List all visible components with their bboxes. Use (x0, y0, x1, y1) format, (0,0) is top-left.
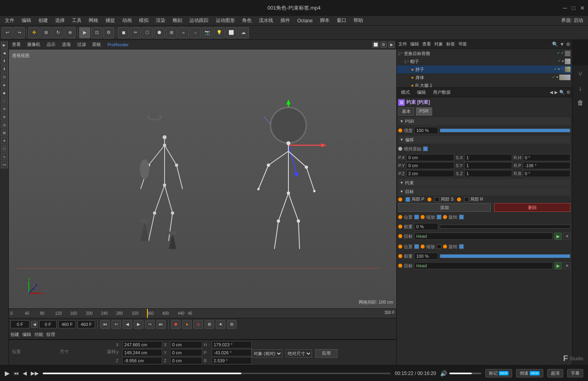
current-frame-field[interactable] (10, 320, 30, 328)
local-r-check[interactable] (464, 197, 469, 202)
progress-bar-container[interactable] (43, 373, 391, 374)
rh-field[interactable] (523, 154, 570, 161)
t1-target-clear-btn[interactable]: ✕ (563, 233, 570, 240)
menu-snap[interactable]: 捕捉 (102, 16, 118, 25)
obj-row-hat[interactable]: L⁰ 帽子 ✓ ● (397, 57, 572, 65)
cube-btn[interactable]: ◼ (118, 27, 129, 38)
left-btn-1[interactable]: ▶ (1, 41, 8, 49)
minimize-btn[interactable]: ─ (563, 5, 567, 11)
om-search-icon[interactable]: 🔍 (552, 41, 558, 47)
t1-target-select-btn[interactable]: ▶ (554, 233, 562, 240)
key-scale-btn[interactable]: ⊠ (205, 320, 214, 329)
left-btn-13[interactable]: ✦ (1, 137, 8, 144)
menu-mesh[interactable]: 网格 (85, 16, 101, 25)
share-icon-btn[interactable]: ⑂ (575, 69, 586, 80)
t2-weight-slider[interactable] (440, 254, 570, 258)
left-btn-3[interactable]: ⬆ (1, 57, 8, 65)
t1-rot-check[interactable] (459, 215, 464, 219)
section-target[interactable]: 目标 (398, 188, 570, 195)
sky-btn[interactable]: ☁ (238, 27, 249, 38)
scale-btn[interactable]: ⊞ (40, 27, 52, 38)
volume-icon[interactable]: 🔊 (440, 370, 447, 377)
subdiv-btn[interactable]: ⬢ (154, 27, 165, 38)
menu-tools[interactable]: 工具 (69, 16, 85, 25)
bt-menu-create[interactable]: 创建 (10, 332, 19, 338)
menu-sculpt[interactable]: 雕刻 (169, 16, 185, 25)
px-field[interactable] (406, 154, 454, 161)
om-filter-icon[interactable]: ▼ (560, 41, 564, 47)
t2-target-clear-btn[interactable]: ✕ (563, 262, 570, 269)
mini-tab-basic[interactable]: 基本 (398, 107, 414, 116)
rp-field[interactable] (523, 162, 570, 169)
select-btn[interactable]: ⬡ (142, 27, 153, 38)
key-all-btn[interactable]: ★ (216, 320, 225, 329)
t2-scale-check[interactable] (437, 244, 441, 249)
move-btn[interactable]: ✜ (28, 27, 40, 38)
left-btn-11[interactable]: ◎ (1, 121, 8, 128)
om-tag[interactable]: 标签 (446, 41, 455, 47)
left-btn-15[interactable]: ∿ (1, 153, 8, 160)
props-search[interactable]: 🔍 (559, 90, 565, 95)
t1-weight-field[interactable] (414, 223, 438, 230)
vp-maximize-btn[interactable]: ⬜ (372, 41, 379, 48)
key-rot-btn[interactable]: ◎ (193, 320, 203, 329)
render-btn[interactable]: ▶ (79, 27, 90, 38)
font-btn[interactable]: 字幕 (567, 369, 583, 377)
obj-neck-tag[interactable]: ⬡ (561, 67, 564, 72)
left-btn-8[interactable]: □ (1, 97, 8, 105)
go-next-btn[interactable]: ↪ (145, 320, 155, 329)
menu-octane[interactable]: Octane (294, 17, 316, 24)
obj-hat-dot[interactable]: ● (562, 59, 564, 64)
obj-neck-tex[interactable] (565, 67, 570, 72)
left-btn-2[interactable]: ◀ (1, 49, 8, 57)
maximize-btn[interactable]: □ (572, 5, 575, 11)
left-btn-6[interactable]: ◈ (1, 81, 8, 89)
obj-hat-check1[interactable]: ✓ (558, 59, 561, 64)
rewind-btn[interactable]: 倒速 NEW (516, 369, 543, 377)
vp-menu-filter[interactable]: 过滤 (75, 41, 87, 48)
props-tab-userdata[interactable]: 用户数据 (430, 88, 453, 97)
om-object[interactable]: 对象 (434, 41, 443, 47)
vp-menu-prorender[interactable]: ProRender (106, 41, 130, 48)
download-icon-btn[interactable]: ↓ (575, 83, 586, 94)
coord-h-rot[interactable] (212, 341, 252, 348)
maintain-checkbox[interactable] (423, 146, 428, 151)
obj-body-tex[interactable] (559, 75, 570, 80)
play-btn[interactable]: ▶ (134, 320, 143, 329)
left-btn-4[interactable]: ⬇ (1, 65, 8, 73)
prev-key-btn[interactable]: ◀ (31, 321, 38, 328)
camera-btn[interactable]: 📷 (202, 27, 213, 38)
left-btn-7[interactable]: ◆ (1, 89, 8, 97)
props-tab-mode[interactable]: 模式 (398, 88, 413, 97)
bt-menu-function[interactable]: 功能 (34, 332, 43, 338)
obj-row-neck[interactable]: ● 脖子 ✓ ● ⬡ (397, 65, 572, 73)
obj-check-render[interactable]: ✓ (561, 51, 564, 56)
sy-field[interactable] (464, 162, 512, 169)
section-constraint[interactable]: 约束 (398, 179, 570, 187)
sz-field[interactable] (464, 170, 512, 177)
key-pos-btn[interactable]: ● (182, 320, 192, 329)
menu-render[interactable]: 渲染 (153, 16, 169, 25)
t2-rot-check[interactable] (459, 244, 464, 249)
t1-scale-check[interactable] (437, 215, 441, 219)
motion-clip-btn[interactable]: ⊞ (227, 320, 236, 329)
coord-mode-select[interactable]: 对象 (相对) (252, 349, 282, 357)
start-frame-field[interactable] (39, 320, 57, 328)
t1-pos-check[interactable] (414, 215, 419, 219)
t2-pos-check[interactable] (414, 244, 419, 249)
obj-hat-tex[interactable] (565, 59, 570, 64)
vp-menu-display[interactable]: 品示 (45, 41, 57, 48)
obj-row-body[interactable]: ● 身体 ✓ ● (397, 73, 572, 81)
boole-btn[interactable]: ⊞ (166, 27, 177, 38)
coord-x-size[interactable] (170, 341, 202, 348)
play-pause-btn[interactable]: ▶ (5, 369, 10, 377)
record-btn[interactable]: ⏺ (171, 320, 181, 329)
obj-neck-check1[interactable]: ✓ (554, 67, 557, 72)
menu-pipeline[interactable]: 流水线 (256, 16, 276, 25)
vp-render-view-btn[interactable]: ▶ (388, 41, 395, 48)
vp-settings-btn[interactable]: ⚙ (380, 41, 387, 48)
close-btn[interactable]: ✕ (580, 5, 585, 11)
left-btn-14[interactable]: ⬡ (1, 145, 8, 152)
vp-menu-view[interactable]: 查看 (10, 41, 22, 48)
null-btn[interactable]: ○ (190, 27, 201, 38)
